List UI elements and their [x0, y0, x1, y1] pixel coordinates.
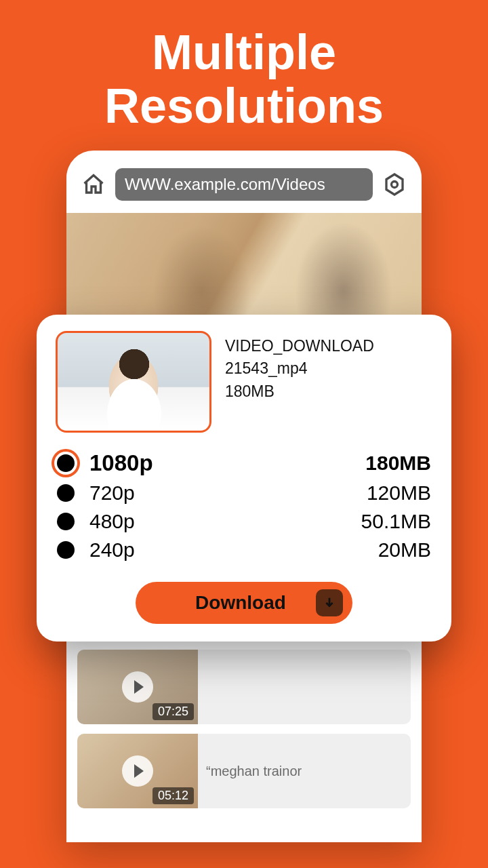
headline-line1: Multiple	[152, 25, 336, 79]
resolution-option[interactable]: 240p 20MB	[56, 536, 432, 564]
play-icon	[122, 671, 153, 703]
resolution-option[interactable]: 720p 120MB	[56, 479, 432, 507]
resolution-option[interactable]: 1080p 180MB	[56, 448, 432, 479]
top-bar: WWW.example.com/Videos	[66, 151, 422, 213]
radio-icon	[57, 541, 75, 559]
play-icon	[122, 755, 153, 787]
svg-point-1	[392, 182, 398, 188]
download-icon	[316, 589, 343, 616]
feed-thumbnail: 07:25	[77, 650, 198, 724]
feed-thumbnail: 05:12	[77, 734, 198, 808]
dialog-meta: VIDEO_DOWNLOAD 21543_mp4 180MB	[225, 331, 374, 403]
radio-icon	[57, 513, 75, 530]
file-name: 21543_mp4	[225, 357, 374, 380]
file-size: 180MB	[225, 380, 374, 403]
feed-duration: 07:25	[152, 703, 194, 720]
headline-line2: Resolutions	[104, 79, 384, 133]
radio-icon	[57, 484, 75, 502]
resolution-size: 50.1MB	[361, 510, 431, 533]
promo-headline: Multiple Resolutions	[0, 0, 488, 133]
dialog-thumbnail	[56, 331, 211, 433]
feed-title: “meghan trainor	[206, 734, 411, 808]
feed-title	[206, 650, 411, 724]
url-bar[interactable]: WWW.example.com/Videos	[115, 168, 373, 201]
download-button[interactable]: Download	[136, 582, 352, 624]
resolution-label: 720p	[89, 481, 135, 505]
download-button-label: Download	[195, 592, 286, 614]
resolution-label: 480p	[89, 510, 135, 533]
url-text: WWW.example.com/Videos	[125, 175, 325, 194]
radio-icon	[57, 454, 75, 472]
settings-icon[interactable]	[382, 172, 407, 197]
resolution-option[interactable]: 480p 50.1MB	[56, 507, 432, 536]
resolution-label: 1080p	[89, 450, 153, 476]
feed-item[interactable]: 05:12 “meghan trainor	[77, 734, 411, 808]
feed-duration: 05:12	[152, 787, 194, 804]
feed-item[interactable]: 07:25	[77, 650, 411, 724]
resolution-size: 180MB	[365, 452, 431, 475]
home-icon[interactable]	[81, 172, 106, 197]
resolution-size: 20MB	[378, 538, 431, 561]
download-dialog: VIDEO_DOWNLOAD 21543_mp4 180MB 1080p 180…	[37, 315, 451, 642]
file-title: VIDEO_DOWNLOAD	[225, 335, 374, 357]
resolution-size: 120MB	[367, 481, 431, 505]
svg-marker-0	[386, 174, 403, 195]
resolution-label: 240p	[89, 538, 135, 561]
resolution-list: 1080p 180MB 720p 120MB 480p 50.1MB 240p …	[56, 448, 432, 564]
dialog-header: VIDEO_DOWNLOAD 21543_mp4 180MB	[56, 331, 432, 433]
